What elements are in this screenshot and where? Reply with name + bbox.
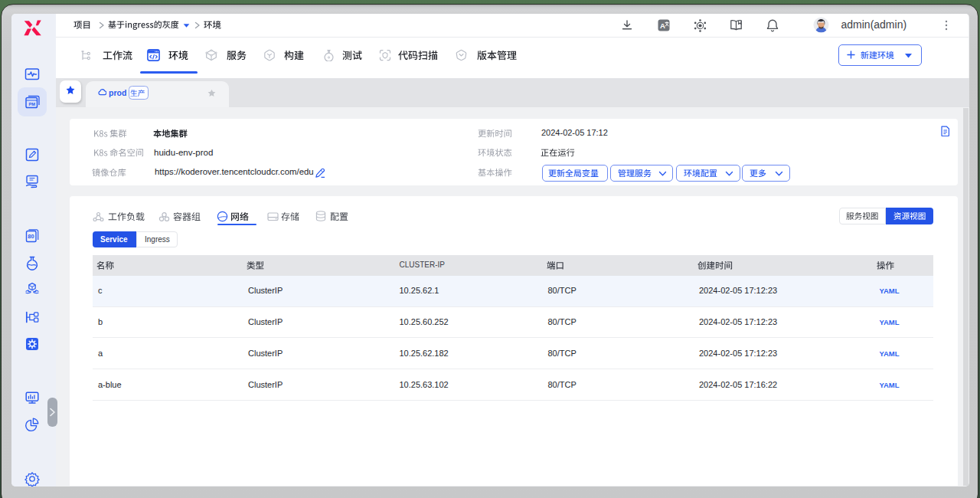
svg-text:A: A — [660, 21, 665, 29]
svg-text:80: 80 — [28, 233, 34, 240]
svg-text:PM: PM — [29, 102, 36, 106]
